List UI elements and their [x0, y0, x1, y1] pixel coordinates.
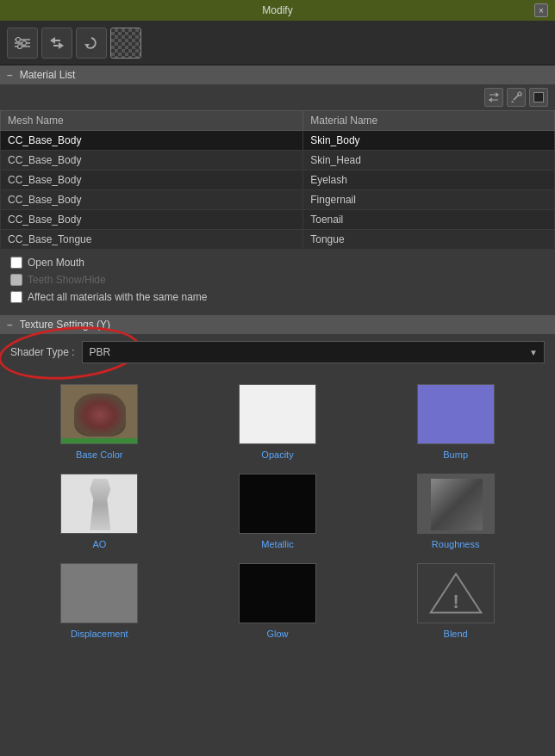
texture-collapse-icon: – — [7, 319, 13, 331]
texture-label-bump: Bump — [443, 449, 468, 460]
teeth-checkbox[interactable] — [10, 274, 22, 286]
pipette-icon — [510, 91, 522, 103]
texture-grid: Base Color Opacity Bump AO Metallic Roug… — [0, 370, 555, 653]
texture-thumb-displacement[interactable] — [60, 563, 138, 623]
texture-section: Shader Type : PBR Unlit ▼ Base Color Opa… — [0, 334, 555, 653]
mesh-cell: CC_Base_Body — [1, 210, 303, 230]
teeth-label: Teeth Show/Hide — [28, 274, 106, 286]
texture-cell-ao: AO — [10, 467, 189, 556]
affect-all-checkbox[interactable] — [10, 291, 22, 303]
texture-thumb-bump[interactable] — [417, 384, 495, 444]
title-bar: Modify × — [0, 0, 555, 21]
material-cell: Toenail — [303, 210, 555, 230]
close-button[interactable]: × — [534, 3, 548, 17]
table-row[interactable]: CC_Base_Body Eyelash — [1, 170, 555, 190]
table-row[interactable]: CC_Base_Body Skin_Head — [1, 151, 555, 170]
swap-button[interactable] — [484, 88, 503, 107]
mesh-cell: CC_Base_Body — [1, 151, 303, 170]
table-row[interactable]: CC_Base_Body Fingernail — [1, 190, 555, 210]
material-column-header: Material Name — [303, 111, 555, 131]
texture-cell-opacity: Opacity — [189, 377, 367, 467]
texture-label-opacity: Opacity — [261, 449, 293, 460]
svg-line-7 — [514, 95, 519, 100]
texture-label-ao: AO — [92, 539, 106, 549]
svg-text:!: ! — [452, 592, 458, 612]
window-title: Modify — [21, 4, 534, 16]
material-table: Mesh Name Material Name CC_Base_Body Ski… — [0, 110, 555, 250]
shader-select-wrapper: PBR Unlit ▼ — [82, 341, 546, 363]
sliders-icon — [14, 36, 31, 50]
texture-settings-header[interactable]: – Texture Settings (Y) — [0, 315, 555, 334]
svg-point-3 — [16, 37, 21, 41]
teeth-row: Teeth Show/Hide — [10, 274, 545, 286]
texture-thumb-roughness[interactable] — [417, 474, 495, 534]
texture-thumb-metallic[interactable] — [239, 474, 316, 534]
affect-all-label: Affect all materials with the same name — [28, 291, 208, 303]
toolbar-btn-arrows[interactable] — [41, 28, 72, 59]
mesh-column-header: Mesh Name — [1, 111, 303, 131]
texture-cell-base-color: Base Color — [10, 377, 189, 467]
material-list-title: Material List — [20, 69, 76, 81]
texture-cell-roughness: Roughness — [366, 467, 545, 556]
texture-label-base-color: Base Color — [76, 449, 122, 460]
svg-marker-9 — [511, 101, 514, 102]
pipette-button[interactable] — [507, 88, 526, 107]
open-mouth-row: Open Mouth — [10, 257, 545, 269]
checkbox-area: Open Mouth Teeth Show/Hide Affect all ma… — [0, 250, 555, 315]
texture-cell-bump: Bump — [366, 377, 545, 467]
texture-cell-glow: Glow — [189, 556, 367, 646]
texture-label-roughness: Roughness — [432, 539, 480, 549]
collapse-icon: – — [7, 69, 13, 81]
texture-label-glow: Glow — [266, 629, 288, 639]
table-row[interactable]: CC_Base_Body Skin_Body — [1, 131, 555, 151]
shader-row: Shader Type : PBR Unlit ▼ — [0, 334, 555, 370]
shader-type-label: Shader Type : — [10, 346, 75, 358]
material-cell: Skin_Head — [303, 151, 555, 170]
texture-thumb-opacity[interactable] — [239, 384, 316, 444]
texture-cell-displacement: Displacement — [10, 556, 189, 646]
toolbar-btn-refresh[interactable] — [76, 28, 107, 59]
arrows-icon — [48, 35, 65, 51]
open-mouth-checkbox[interactable] — [10, 257, 22, 269]
refresh-icon — [83, 35, 100, 51]
warning-icon: ! — [418, 563, 494, 623]
svg-point-4 — [22, 40, 27, 45]
color-button[interactable] — [529, 88, 548, 107]
swap-icon — [488, 91, 500, 103]
texture-settings-title: Texture Settings (Y) — [20, 319, 110, 331]
table-row[interactable]: CC_Base_Body Toenail — [1, 210, 555, 230]
mesh-cell: CC_Base_Body — [1, 170, 303, 190]
svg-marker-6 — [84, 44, 90, 47]
mesh-cell: CC_Base_Tongue — [1, 230, 303, 250]
texture-thumb-blend[interactable]: ! — [417, 563, 495, 623]
material-cell: Tongue — [303, 230, 555, 250]
svg-point-8 — [518, 92, 521, 96]
texture-cell-blend: ! Blend — [366, 556, 545, 646]
texture-thumb-glow[interactable] — [239, 563, 316, 623]
table-row[interactable]: CC_Base_Tongue Tongue — [1, 230, 555, 250]
texture-thumb-ao[interactable] — [60, 474, 138, 534]
texture-thumb-base-color[interactable] — [60, 384, 138, 444]
material-cell: Fingernail — [303, 190, 555, 210]
mesh-cell: CC_Base_Body — [1, 131, 303, 151]
svg-point-5 — [18, 44, 22, 48]
color-swatch — [533, 92, 544, 102]
texture-label-blend: Blend — [444, 629, 468, 639]
toolbar — [0, 21, 555, 65]
material-toolbar — [0, 84, 555, 110]
mesh-cell: CC_Base_Body — [1, 190, 303, 210]
toolbar-btn-sliders[interactable] — [7, 28, 38, 59]
texture-label-metallic: Metallic — [261, 539, 293, 549]
texture-label-displacement: Displacement — [71, 629, 128, 639]
affect-all-row: Affect all materials with the same name — [10, 291, 545, 303]
toolbar-btn-checkerboard[interactable] — [110, 28, 141, 59]
material-cell: Skin_Body — [303, 131, 555, 151]
texture-cell-metallic: Metallic — [189, 467, 367, 556]
material-cell: Eyelash — [303, 170, 555, 190]
shader-type-select[interactable]: PBR Unlit — [82, 341, 546, 363]
open-mouth-label: Open Mouth — [28, 257, 84, 269]
material-table-wrapper[interactable]: Mesh Name Material Name CC_Base_Body Ski… — [0, 110, 555, 250]
material-list-header[interactable]: – Material List — [0, 65, 555, 84]
